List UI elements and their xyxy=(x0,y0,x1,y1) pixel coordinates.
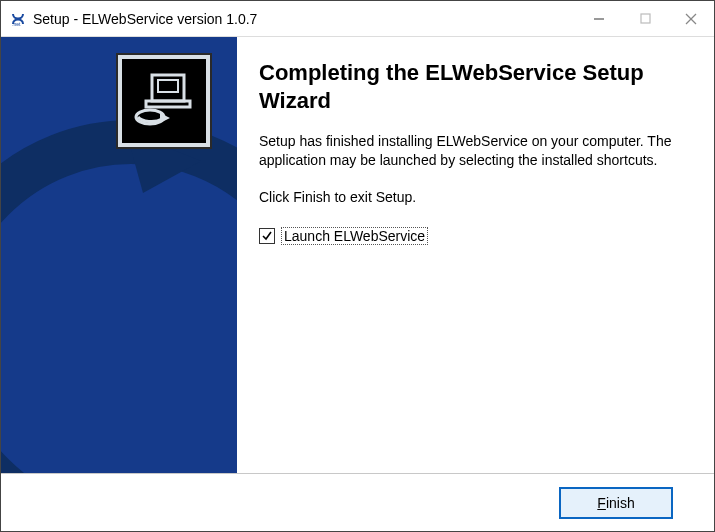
installer-window: .net Setup - ELWebService version 1.0.7 xyxy=(0,0,715,532)
svg-rect-10 xyxy=(146,101,190,107)
launch-checkbox-row: Launch ELWebService xyxy=(259,227,690,245)
footer: Finish xyxy=(1,473,714,531)
maximize-button xyxy=(622,3,668,35)
finish-button-accel: F xyxy=(597,495,606,511)
svg-rect-9 xyxy=(158,80,178,92)
minimize-button[interactable] xyxy=(576,3,622,35)
body: Completing the ELWebService Setup Wizard… xyxy=(1,37,714,473)
launch-checkbox-label[interactable]: Launch ELWebService xyxy=(281,227,428,245)
finish-text-1: Setup has finished installing ELWebServi… xyxy=(259,132,690,170)
svg-marker-12 xyxy=(160,113,170,123)
finish-button-text: inish xyxy=(606,495,635,511)
content-panel: Completing the ELWebService Setup Wizard… xyxy=(237,37,714,473)
app-icon: .net xyxy=(9,10,27,28)
installer-logo xyxy=(116,53,212,149)
launch-checkbox[interactable] xyxy=(259,228,275,244)
close-button[interactable] xyxy=(668,3,714,35)
finish-text-2: Click Finish to exit Setup. xyxy=(259,188,690,207)
window-title: Setup - ELWebService version 1.0.7 xyxy=(33,11,257,27)
svg-rect-8 xyxy=(152,75,184,101)
svg-text:.net: .net xyxy=(12,21,21,27)
title-bar: .net Setup - ELWebService version 1.0.7 xyxy=(1,1,714,37)
svg-rect-3 xyxy=(641,14,650,23)
page-heading: Completing the ELWebService Setup Wizard xyxy=(259,59,690,114)
side-banner xyxy=(1,37,237,473)
svg-point-6 xyxy=(1,142,237,473)
finish-button[interactable]: Finish xyxy=(560,488,672,518)
